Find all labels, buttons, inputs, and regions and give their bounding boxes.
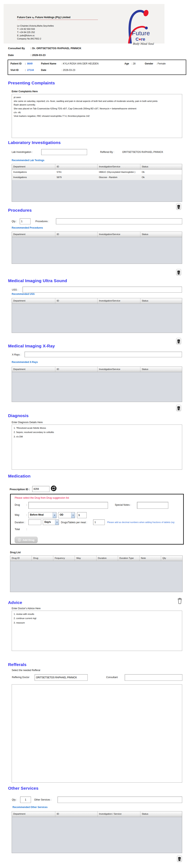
delete-procedures-selection-button[interactable] bbox=[176, 269, 181, 276]
chevron-down-icon: ▼ bbox=[53, 512, 56, 518]
xray-col-status: Status bbox=[140, 367, 182, 372]
company-name-main: Future Care bbox=[17, 16, 31, 19]
section-title-diagnosis: Diagnosis bbox=[8, 413, 29, 418]
other-qty-input[interactable] bbox=[20, 797, 31, 803]
chevron-down-icon: ▼ bbox=[55, 520, 59, 525]
procedures-input[interactable] bbox=[56, 218, 182, 224]
visit-id-value: 27144 bbox=[27, 69, 34, 71]
table-row[interactable]: Investigations 5879 Glucose - Random Ok bbox=[12, 175, 182, 180]
refresh-prescription-id-button[interactable] bbox=[51, 485, 57, 491]
recommended-other-services-link[interactable]: Recommended Other Services bbox=[12, 806, 47, 809]
procedures-col-service: Investigation/Service bbox=[98, 232, 140, 237]
visit-date-value: : 2026-03-23 bbox=[62, 69, 75, 71]
way-select[interactable]: Before Meal ▼ bbox=[28, 512, 57, 518]
lab-investigation-input[interactable] bbox=[41, 149, 87, 155]
per-meal-input[interactable] bbox=[93, 519, 105, 525]
diagnosis-textarea[interactable]: 1. ?Resolved acute febrile illness 2. Se… bbox=[12, 425, 182, 470]
advice-label: Enter Doctor's Advice Here bbox=[12, 607, 41, 610]
uss-col-service: Investigation/Service bbox=[98, 298, 140, 304]
other-services-input[interactable] bbox=[58, 797, 182, 803]
recommended-uss-link[interactable]: Recommended USS bbox=[12, 292, 35, 296]
drug-label: Drug bbox=[15, 503, 20, 506]
refresh-icon bbox=[51, 485, 57, 491]
other-services-table: Department ID Investigation / Service St… bbox=[12, 811, 182, 853]
trash-outline-icon bbox=[177, 598, 182, 604]
duration-unit-select[interactable]: Day/s ▼ bbox=[43, 519, 59, 525]
section-title-medication: Medication bbox=[8, 474, 31, 478]
uss-input[interactable] bbox=[23, 286, 182, 292]
table-row[interactable]: Investigations 5761 HBA1C (Glycosylated … bbox=[12, 169, 182, 175]
lab-row-department: Investigations bbox=[12, 175, 55, 180]
logo-heart-icon: ♥ bbox=[139, 37, 141, 41]
drug-input[interactable] bbox=[28, 502, 108, 509]
logo-word-care: C♥re bbox=[136, 37, 145, 42]
other-col-status: Status bbox=[140, 811, 182, 817]
patient-gender-label: Gender bbox=[145, 62, 153, 65]
trash-icon bbox=[177, 205, 180, 209]
referred-by-label: Reffered By : bbox=[100, 151, 114, 153]
trash-icon bbox=[177, 339, 180, 343]
refferal-list-box[interactable] bbox=[12, 684, 182, 783]
patient-id-label: Patient ID bbox=[10, 62, 22, 65]
drug-col-note: Note bbox=[140, 556, 161, 561]
special-notes-input[interactable] bbox=[137, 502, 168, 509]
lab-testings-table: Department ID Investigation/Service Stat… bbox=[12, 164, 182, 202]
uss-table-header: Department ID Investigation/Service Stat… bbox=[12, 298, 182, 304]
uss-table: Department ID Investigation/Service Stat… bbox=[12, 298, 182, 333]
drug-list-label: Drug List bbox=[10, 551, 21, 554]
prescription-id-input[interactable] bbox=[32, 486, 49, 492]
xray-col-id: ID bbox=[55, 367, 98, 372]
advice-textarea[interactable]: 1. review with results 2. continue curre… bbox=[12, 611, 182, 651]
duration-label: Duration : bbox=[15, 521, 25, 524]
special-notes-label: Special Notes : bbox=[115, 503, 131, 506]
plus-circle-icon bbox=[18, 538, 21, 541]
delete-xray-selection-button[interactable] bbox=[176, 405, 181, 411]
other-col-service: Investigation / Service bbox=[98, 811, 140, 817]
patient-age-value: : 28 bbox=[132, 62, 136, 65]
procedures-qty-label: Qty : bbox=[12, 220, 17, 223]
company-contact-block: Le Chainter,Victoria,Mahe,Seychelles T: … bbox=[17, 24, 54, 40]
uss-col-department: Department bbox=[12, 298, 55, 304]
other-col-department: Department bbox=[12, 811, 55, 817]
lab-row-status: Ok bbox=[140, 169, 182, 175]
total-colon: : bbox=[26, 528, 27, 531]
recommended-xrays-link[interactable]: Recommended X-Rays bbox=[12, 361, 38, 364]
lab-row-id: 5879 bbox=[55, 175, 98, 180]
delete-other-services-selection-button[interactable] bbox=[177, 856, 182, 862]
complaints-textarea[interactable]: pt seen she came on saturday, reported; … bbox=[12, 94, 182, 138]
delete-uss-selection-button[interactable] bbox=[176, 338, 181, 344]
section-title-xray: Medical Imaging X-Ray bbox=[8, 344, 55, 348]
way-label: Way bbox=[15, 514, 20, 516]
lab-row-service: Glucose - Random bbox=[98, 175, 140, 180]
clear-advice-button[interactable] bbox=[177, 598, 183, 605]
xray-input[interactable] bbox=[25, 352, 182, 357]
drug-col-id: Drug ID bbox=[10, 556, 32, 561]
recommended-procedures-link[interactable]: Recommended Procedures bbox=[12, 226, 43, 229]
diagnosis-label: Enter Diagnosis Details Here bbox=[12, 421, 43, 424]
lab-row-department: Investigations bbox=[12, 169, 55, 175]
lab-col-service: Investigation/Service bbox=[98, 164, 140, 169]
frequency-select[interactable]: OD ▼ bbox=[58, 512, 75, 518]
drug-col-qty: Qty bbox=[161, 556, 182, 561]
logo-word-future: Future bbox=[132, 30, 150, 37]
procedures-col-department: Department bbox=[12, 232, 55, 237]
recommended-lab-testings-link[interactable]: Recommended Lab Testings bbox=[12, 159, 44, 162]
delete-lab-selection-button[interactable] bbox=[176, 204, 181, 210]
duration-input[interactable] bbox=[28, 519, 41, 525]
drug-table-header: Drug ID Drug Fequency Way Duration Durat… bbox=[10, 556, 182, 561]
trash-icon bbox=[177, 406, 180, 410]
consultant-input[interactable] bbox=[125, 674, 182, 681]
drug-col-way: Way bbox=[75, 556, 96, 561]
procedures-qty-input[interactable] bbox=[20, 218, 31, 224]
reffering-doctor-label: Reffering Doctor bbox=[12, 676, 29, 679]
way-qty-input[interactable] bbox=[77, 512, 87, 518]
reffering-doctor-input[interactable] bbox=[35, 674, 88, 681]
trash-icon bbox=[178, 857, 181, 861]
uss-col-status: Status bbox=[140, 298, 182, 304]
xray-label: X-Rays : bbox=[12, 353, 21, 356]
procedures-col-id: ID bbox=[55, 232, 98, 237]
consult-date-label: Date bbox=[8, 54, 14, 57]
add-drug-button[interactable]: Add Drug bbox=[15, 537, 38, 543]
xray-table: Department ID Investigation/Service Stat… bbox=[12, 367, 182, 402]
company-number: Company No.8417652-2 bbox=[17, 37, 54, 40]
